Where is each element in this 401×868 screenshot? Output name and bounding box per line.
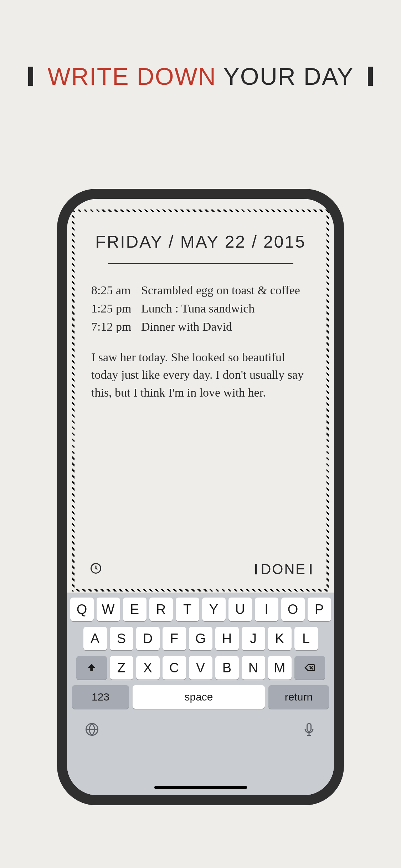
key-u[interactable]: U — [228, 598, 252, 621]
globe-icon[interactable] — [84, 722, 100, 739]
key-i[interactable]: I — [255, 598, 278, 621]
key-q[interactable]: Q — [70, 598, 94, 621]
keyboard-footer — [70, 714, 331, 739]
key-shift[interactable] — [76, 656, 107, 680]
key-m[interactable]: M — [268, 656, 292, 680]
key-d[interactable]: D — [136, 627, 160, 650]
key-t[interactable]: T — [176, 598, 199, 621]
phone-screen: FRIDAY / MAY 22 / 2015 8:25 am Scrambled… — [67, 199, 334, 795]
clock-icon[interactable] — [89, 562, 102, 576]
journal-paragraph: I saw her today. She looked so beautiful… — [91, 348, 310, 401]
key-g[interactable]: G — [189, 627, 212, 650]
keyboard-row-3: Z X C V B N M — [70, 656, 331, 680]
key-o[interactable]: O — [281, 598, 305, 621]
key-f[interactable]: F — [163, 627, 186, 650]
key-s[interactable]: S — [110, 627, 133, 650]
journal-entry: 8:25 am Scrambled egg on toast & coffee — [91, 281, 310, 299]
key-z[interactable]: Z — [110, 656, 133, 680]
keyboard-row-1: Q W E R T Y U I O P — [70, 598, 331, 621]
journal-entry: 1:25 pm Lunch : Tuna sandwich — [91, 299, 310, 317]
key-x[interactable]: X — [136, 656, 160, 680]
key-v[interactable]: V — [189, 656, 212, 680]
key-r[interactable]: R — [149, 598, 173, 621]
phone-frame: FRIDAY / MAY 22 / 2015 8:25 am Scrambled… — [57, 189, 344, 805]
key-h[interactable]: H — [215, 627, 239, 650]
journal-entry: 7:12 pm Dinner with David — [91, 317, 310, 336]
key-w[interactable]: W — [97, 598, 120, 621]
date-underline — [108, 263, 293, 264]
entry-text: Scrambled egg on toast & coffee — [141, 281, 310, 299]
svg-rect-2 — [307, 724, 311, 732]
keyboard-row-2: A S D F G H J K L — [70, 627, 331, 650]
key-e[interactable]: E — [123, 598, 146, 621]
microphone-icon[interactable] — [301, 722, 317, 739]
entry-text: Dinner with David — [141, 317, 310, 336]
key-numbers[interactable]: 123 — [72, 685, 129, 709]
key-a[interactable]: A — [83, 627, 107, 650]
entry-text: Lunch : Tuna sandwich — [141, 299, 310, 317]
key-y[interactable]: Y — [202, 598, 226, 621]
key-backspace[interactable] — [294, 656, 325, 680]
keyboard-row-bottom: 123 space return — [70, 685, 331, 709]
key-c[interactable]: C — [163, 656, 186, 680]
tagline-bar-left — [28, 67, 33, 86]
entry-time: 8:25 am — [91, 281, 141, 299]
done-bar-left — [255, 564, 257, 574]
done-button[interactable]: DONE — [255, 561, 312, 577]
key-return[interactable]: return — [268, 685, 329, 709]
key-b[interactable]: B — [215, 656, 239, 680]
key-l[interactable]: L — [294, 627, 318, 650]
journal-footer: DONE — [89, 557, 312, 582]
key-k[interactable]: K — [268, 627, 292, 650]
ios-keyboard: Q W E R T Y U I O P A S D F G H J K L — [67, 593, 334, 795]
done-bar-right — [310, 564, 312, 574]
journal-area: FRIDAY / MAY 22 / 2015 8:25 am Scrambled… — [72, 210, 329, 591]
tagline-highlight: WRITE DOWN — [48, 63, 216, 90]
key-p[interactable]: P — [308, 598, 331, 621]
entry-time: 1:25 pm — [91, 299, 141, 317]
key-j[interactable]: J — [242, 627, 265, 650]
tagline-rest: YOUR DAY — [223, 63, 354, 90]
journal-date: FRIDAY / MAY 22 / 2015 — [91, 232, 310, 252]
marketing-tagline: WRITE DOWN YOUR DAY — [0, 62, 401, 90]
key-n[interactable]: N — [242, 656, 265, 680]
key-space[interactable]: space — [133, 685, 265, 709]
done-label: DONE — [261, 561, 306, 577]
journal-content[interactable]: FRIDAY / MAY 22 / 2015 8:25 am Scrambled… — [79, 216, 322, 585]
home-indicator[interactable] — [154, 786, 247, 789]
tagline-bar-right — [368, 67, 373, 86]
entry-time: 7:12 pm — [91, 317, 141, 336]
